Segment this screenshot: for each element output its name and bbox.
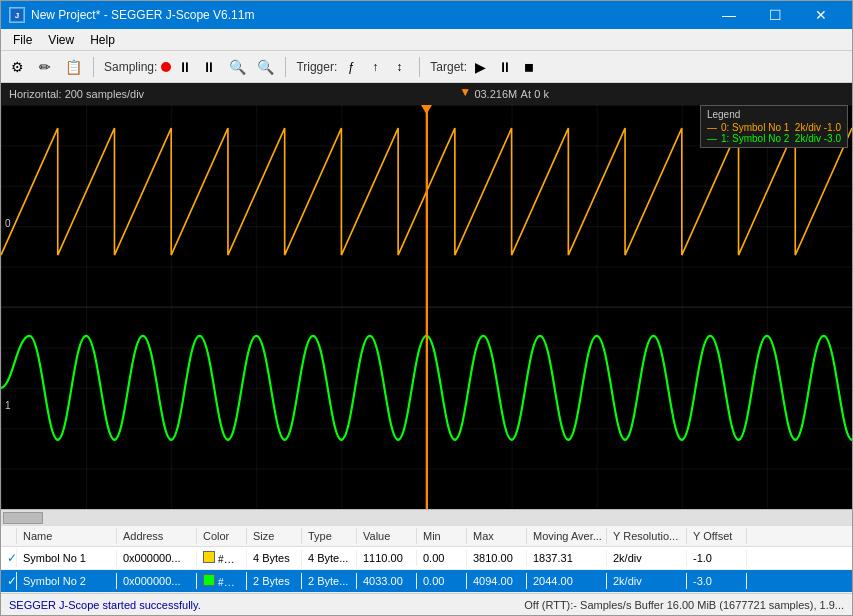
svg-text:J: J bbox=[15, 11, 19, 20]
cursor-line bbox=[427, 105, 428, 509]
th-address: Address bbox=[117, 528, 197, 544]
maximize-button[interactable]: ☐ bbox=[752, 1, 798, 29]
at-value: 0 k bbox=[534, 88, 549, 100]
th-value: Value bbox=[357, 528, 417, 544]
separator-3 bbox=[419, 57, 420, 77]
row-1-y-offset: -3.0 bbox=[687, 573, 747, 589]
trigger-icon-2[interactable]: ↑ bbox=[365, 57, 385, 77]
row-0-color-code: #FFD7... bbox=[218, 553, 247, 565]
close-button[interactable]: ✕ bbox=[798, 1, 844, 29]
menu-file[interactable]: File bbox=[5, 31, 40, 48]
title-bar: J New Project* - SEGGER J-Scope V6.11m —… bbox=[1, 1, 852, 29]
trigger-group: Trigger: ƒ ↑ ↕ bbox=[296, 57, 409, 77]
status-right: Off (RTT):- Samples/s Buffer 16.00 MiB (… bbox=[524, 599, 844, 611]
status-bar: SEGGER J-Scope started successfully. Off… bbox=[1, 593, 852, 615]
pause2-icon[interactable]: ⏸ bbox=[199, 57, 219, 77]
row-0-moving-avg: 1837.31 bbox=[527, 550, 607, 566]
row-0-color: #FFD7... bbox=[197, 549, 247, 567]
settings-icon[interactable]: ⚙ bbox=[7, 57, 27, 77]
menu-help[interactable]: Help bbox=[82, 31, 123, 48]
cursor-value: 03.216 bbox=[474, 88, 508, 100]
row-1-value: 4033.00 bbox=[357, 573, 417, 589]
menu-bar: File View Help bbox=[1, 29, 852, 51]
th-name: Name bbox=[17, 528, 117, 544]
row-1-name: Symbol No 2 bbox=[17, 573, 117, 589]
separator-2 bbox=[285, 57, 286, 77]
th-type: Type bbox=[302, 528, 357, 544]
trigger-icon-3[interactable]: ↕ bbox=[389, 57, 409, 77]
row-1-moving-avg: 2044.00 bbox=[527, 573, 607, 589]
main-content: Horizontal: 200 samples/div ▼ 03.216 M A… bbox=[1, 83, 852, 615]
row-0-type: 4 Byte... bbox=[302, 550, 357, 566]
table-header: Name Address Color Size Type Value Min M… bbox=[1, 525, 852, 547]
scope-canvas: 0 1 bbox=[1, 105, 852, 509]
edit-icon[interactable]: ✏ bbox=[35, 57, 55, 77]
th-color: Color bbox=[197, 528, 247, 544]
row-0-min: 0.00 bbox=[417, 550, 467, 566]
scroll-thumb[interactable] bbox=[3, 512, 43, 524]
row-1-check: ✓ bbox=[7, 574, 17, 588]
target-label: Target: bbox=[430, 60, 467, 74]
th-check bbox=[1, 528, 17, 544]
th-min: Min bbox=[417, 528, 467, 544]
file-icon[interactable]: 📋 bbox=[63, 57, 83, 77]
sampling-label: Sampling: bbox=[104, 60, 157, 74]
pause-icon[interactable]: ⏸ bbox=[175, 57, 195, 77]
th-max: Max bbox=[467, 528, 527, 544]
legend-item-0: — 0: Symbol No 1 2k/div -1.0 bbox=[707, 122, 841, 133]
row-0-value: 1110.00 bbox=[357, 550, 417, 566]
legend-title: Legend bbox=[707, 109, 841, 120]
app-icon: J bbox=[9, 7, 25, 23]
sampling-indicator bbox=[161, 62, 171, 72]
status-left: SEGGER J-Scope started successfully. bbox=[9, 599, 201, 611]
row-1-color: #00FF00 bbox=[197, 572, 247, 590]
target-play-icon[interactable]: ▶ bbox=[471, 57, 491, 77]
window-title: New Project* - SEGGER J-Scope V6.11m bbox=[31, 8, 254, 22]
separator-1 bbox=[93, 57, 94, 77]
row-1-max: 4094.00 bbox=[467, 573, 527, 589]
cursor-unit: M bbox=[508, 88, 517, 100]
th-moving-avg: Moving Aver... bbox=[527, 528, 607, 544]
zoom-out-icon[interactable]: 🔍 bbox=[255, 57, 275, 77]
legend-box: Legend — 0: Symbol No 1 2k/div -1.0 — 1:… bbox=[700, 105, 848, 148]
one-label-1: 1 bbox=[5, 400, 11, 411]
th-y-offset: Y Offset bbox=[687, 528, 747, 544]
main-window: J New Project* - SEGGER J-Scope V6.11m —… bbox=[0, 0, 853, 616]
trigger-label: Trigger: bbox=[296, 60, 337, 74]
row-0-address: 0x000000... bbox=[117, 550, 197, 566]
table-row-0[interactable]: ✓ Symbol No 1 0x000000... #FFD7... 4 Byt… bbox=[1, 547, 852, 570]
scope-header: Horizontal: 200 samples/div ▼ 03.216 M A… bbox=[1, 83, 852, 105]
row-1-color-swatch bbox=[203, 574, 215, 586]
row-0-max: 3810.00 bbox=[467, 550, 527, 566]
target-pause-icon[interactable]: ⏸ bbox=[495, 57, 515, 77]
trigger-icon-1[interactable]: ƒ bbox=[341, 57, 361, 77]
row-1-y-res: 2k/div bbox=[607, 573, 687, 589]
zero-label-1: 0 bbox=[5, 218, 11, 229]
row-1-type: 2 Byte... bbox=[302, 573, 357, 589]
sampling-group: Sampling: ⏸ ⏸ bbox=[104, 57, 219, 77]
row-1-size: 2 Bytes bbox=[247, 573, 302, 589]
data-table: Name Address Color Size Type Value Min M… bbox=[1, 525, 852, 593]
minimize-button[interactable]: — bbox=[706, 1, 752, 29]
row-1-address: 0x000000... bbox=[117, 573, 197, 589]
th-size: Size bbox=[247, 528, 302, 544]
window-controls: — ☐ ✕ bbox=[706, 1, 844, 29]
toolbar: ⚙ ✏ 📋 Sampling: ⏸ ⏸ 🔍 🔍 Trigger: ƒ ↑ ↕ T… bbox=[1, 51, 852, 83]
row-0-size: 4 Bytes bbox=[247, 550, 302, 566]
menu-view[interactable]: View bbox=[40, 31, 82, 48]
table-row-1[interactable]: ✓ Symbol No 2 0x000000... #00FF00 2 Byte… bbox=[1, 570, 852, 593]
row-0-y-res: 2k/div bbox=[607, 550, 687, 566]
th-y-res: Y Resolutio... bbox=[607, 528, 687, 544]
row-1-color-code: #00FF00 bbox=[218, 576, 247, 588]
target-stop-icon[interactable]: ◼ bbox=[519, 57, 539, 77]
horizontal-scrollbar[interactable] bbox=[1, 509, 852, 525]
row-0-color-swatch bbox=[203, 551, 215, 563]
at-label: At bbox=[521, 88, 531, 100]
row-0-y-offset: -1.0 bbox=[687, 550, 747, 566]
target-group: Target: ▶ ⏸ ◼ bbox=[430, 57, 539, 77]
row-0-name: Symbol No 1 bbox=[17, 550, 117, 566]
row-1-min: 0.00 bbox=[417, 573, 467, 589]
row-0-check: ✓ bbox=[7, 551, 17, 565]
scope-area[interactable]: Horizontal: 200 samples/div ▼ 03.216 M A… bbox=[1, 83, 852, 509]
zoom-in-icon[interactable]: 🔍 bbox=[227, 57, 247, 77]
